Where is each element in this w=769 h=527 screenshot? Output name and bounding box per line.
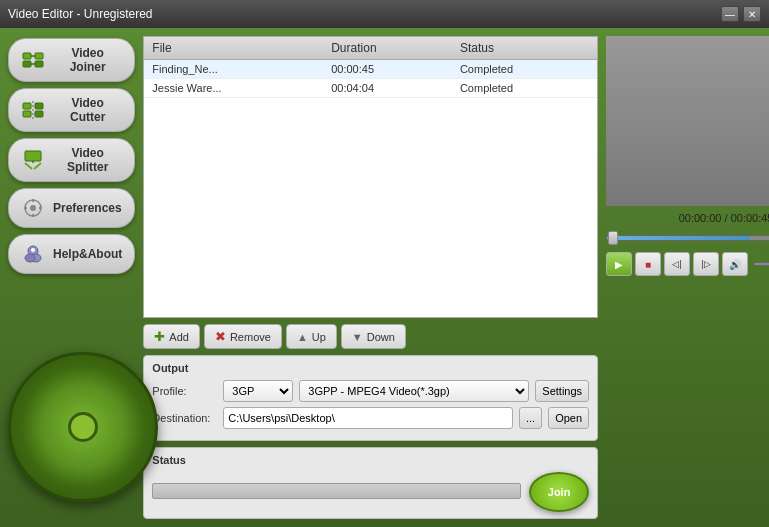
mark-in-button[interactable]: ◁| [664, 252, 690, 276]
help-about-label: Help&About [53, 247, 122, 261]
col-duration: Duration [323, 37, 452, 60]
file-table-container: File Duration Status Finding_Ne... 00:00… [143, 36, 598, 318]
time-display: 00:00:00 / 00:00:45 [606, 212, 769, 224]
play-icon: ▶ [615, 259, 623, 270]
volume-button[interactable]: 🔊 [722, 252, 748, 276]
destination-row: Destination: ... Open [152, 407, 589, 429]
right-panel: 00:00:00 / 00:00:45 ▶ ■ ◁| |▷ [606, 36, 769, 519]
svg-rect-7 [35, 103, 43, 109]
col-status: Status [452, 37, 597, 60]
svg-rect-11 [25, 151, 41, 161]
video-joiner-icon [21, 48, 45, 72]
join-button[interactable]: Join [529, 472, 589, 512]
minimize-button[interactable]: — [721, 6, 739, 22]
join-section: Join [529, 472, 589, 512]
svg-rect-9 [35, 111, 43, 117]
sidebar-item-video-splitter[interactable]: Video Splitter [8, 138, 135, 182]
left-panel: File Duration Status Finding_Ne... 00:00… [143, 36, 598, 519]
output-section: Output Profile: 3GP 3GPP - MPEG4 Video(*… [143, 355, 598, 441]
file-status-1: Completed [452, 60, 597, 79]
open-button[interactable]: Open [548, 407, 589, 429]
mark-in-icon: ◁| [672, 259, 681, 269]
preview-area [606, 36, 769, 206]
main-container: Video Joiner Video Cutter [0, 28, 769, 527]
video-cutter-label: Video Cutter [53, 96, 122, 124]
seek-bar-track [606, 235, 769, 241]
output-title: Output [152, 362, 589, 374]
svg-line-13 [34, 163, 41, 169]
svg-point-22 [31, 248, 35, 252]
file-name-1: Finding_Ne... [144, 60, 323, 79]
sidebar-item-help-about[interactable]: Help&About [8, 234, 135, 274]
up-icon: ▲ [297, 331, 308, 343]
stop-icon: ■ [645, 259, 651, 270]
svg-rect-1 [35, 53, 43, 59]
destination-input[interactable] [223, 407, 513, 429]
svg-point-24 [25, 254, 35, 262]
media-controls: ▶ ■ ◁| |▷ 🔊 [606, 252, 769, 276]
svg-rect-3 [35, 61, 43, 67]
svg-rect-2 [23, 61, 31, 67]
titlebar: Video Editor - Unregistered — ✕ [0, 0, 769, 28]
video-cutter-icon [21, 98, 45, 122]
browse-button[interactable]: ... [519, 407, 542, 429]
window-controls: — ✕ [721, 6, 761, 22]
play-button[interactable]: ▶ [606, 252, 632, 276]
mark-out-icon: |▷ [701, 259, 710, 269]
stop-button[interactable]: ■ [635, 252, 661, 276]
volume-icon: 🔊 [729, 259, 741, 270]
down-icon: ▼ [352, 331, 363, 343]
seek-bar-container[interactable] [606, 230, 769, 246]
film-reel-decoration [0, 337, 165, 517]
profile-select[interactable]: 3GP [223, 380, 293, 402]
status-section: Status Join [143, 447, 598, 519]
file-name-2: Jessie Ware... [144, 79, 323, 98]
format-select[interactable]: 3GPP - MPEG4 Video(*.3gp) [299, 380, 529, 402]
progress-bar [152, 483, 521, 499]
file-table: File Duration Status Finding_Ne... 00:00… [144, 37, 597, 98]
svg-line-12 [25, 163, 32, 169]
video-splitter-label: Video Splitter [53, 146, 122, 174]
reel-center [68, 412, 98, 442]
close-button[interactable]: ✕ [743, 6, 761, 22]
profile-row: Profile: 3GP 3GPP - MPEG4 Video(*.3gp) S… [152, 380, 589, 402]
sidebar-item-video-joiner[interactable]: Video Joiner [8, 38, 135, 82]
table-row[interactable]: Finding_Ne... 00:00:45 Completed [144, 60, 597, 79]
file-status-2: Completed [452, 79, 597, 98]
table-row[interactable]: Jessie Ware... 00:04:04 Completed [144, 79, 597, 98]
content-area: File Duration Status Finding_Ne... 00:00… [143, 28, 769, 527]
preferences-label: Preferences [53, 201, 122, 215]
video-splitter-icon [21, 148, 45, 172]
svg-rect-0 [23, 53, 31, 59]
volume-slider[interactable] [753, 262, 769, 266]
svg-point-16 [30, 205, 36, 211]
reel-circle [8, 352, 158, 502]
video-joiner-label: Video Joiner [53, 46, 122, 74]
file-toolbar: ✚ Add ✖ Remove ▲ Up ▼ Down [143, 324, 598, 349]
help-about-icon [21, 242, 45, 266]
file-duration-2: 00:04:04 [323, 79, 452, 98]
col-file: File [144, 37, 323, 60]
remove-icon: ✖ [215, 329, 226, 344]
sidebar-item-preferences[interactable]: Preferences [8, 188, 135, 228]
svg-rect-8 [23, 111, 31, 117]
join-label: Join [548, 486, 571, 498]
seek-thumb [608, 231, 618, 245]
sidebar: Video Joiner Video Cutter [0, 28, 143, 527]
file-duration-1: 00:00:45 [323, 60, 452, 79]
svg-rect-6 [23, 103, 31, 109]
preferences-icon [21, 196, 45, 220]
app-title: Video Editor - Unregistered [8, 7, 153, 21]
settings-button[interactable]: Settings [535, 380, 589, 402]
status-label: Status [152, 454, 589, 466]
up-button[interactable]: ▲ Up [286, 324, 337, 349]
sidebar-item-video-cutter[interactable]: Video Cutter [8, 88, 135, 132]
remove-button[interactable]: ✖ Remove [204, 324, 282, 349]
mark-out-button[interactable]: |▷ [693, 252, 719, 276]
down-button[interactable]: ▼ Down [341, 324, 406, 349]
